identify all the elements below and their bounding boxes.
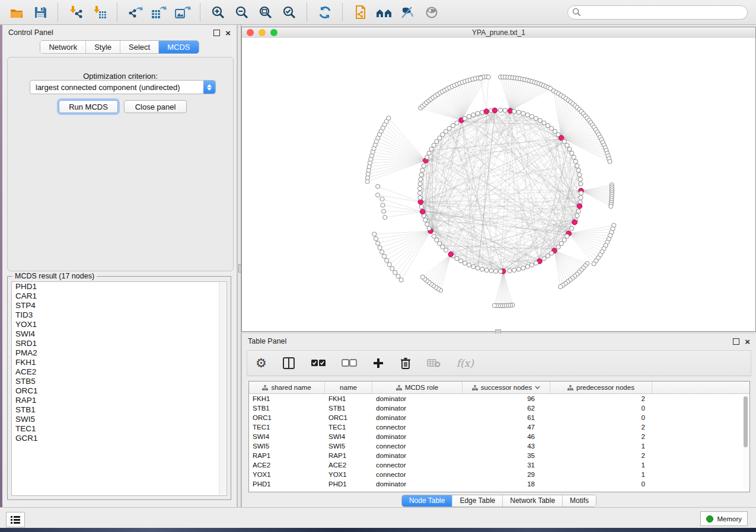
network-ring-node[interactable]: [484, 268, 489, 272]
network-ring-node[interactable]: [546, 123, 550, 127]
network-ring-node[interactable]: [471, 264, 476, 268]
network-ring-node[interactable]: [441, 245, 445, 249]
network-ring-node[interactable]: [476, 111, 480, 116]
network-ring-node[interactable]: [462, 261, 467, 265]
close-panel-icon[interactable]: ×: [225, 30, 231, 36]
network-ring-node[interactable]: [471, 113, 476, 117]
network-leaf-node[interactable]: [376, 193, 380, 197]
network-leaf-node[interactable]: [608, 159, 612, 164]
export-network-icon[interactable]: [126, 4, 144, 21]
import-table-icon[interactable]: [91, 4, 109, 21]
network-ring-node[interactable]: [529, 263, 534, 267]
network-leaf-node[interactable]: [492, 303, 496, 307]
network-ring-node[interactable]: [529, 114, 534, 118]
mcds-result-item[interactable]: CAR1: [12, 291, 227, 301]
close-panel-button[interactable]: Close panel: [124, 100, 187, 113]
close-panel-icon[interactable]: ×: [745, 339, 750, 344]
network-ring-node[interactable]: [444, 129, 448, 133]
column-header-successor-nodes[interactable]: successor nodes: [462, 382, 550, 393]
network-canvas[interactable]: [242, 38, 755, 331]
table-row[interactable]: RAP1RAP1dominator352: [249, 451, 749, 460]
network-ring-node[interactable]: [441, 133, 445, 137]
mcds-result-item[interactable]: GCR1: [12, 434, 227, 443]
export-image-icon[interactable]: [174, 4, 192, 21]
network-ring-node[interactable]: [525, 264, 529, 268]
network-ring-node[interactable]: [579, 182, 583, 186]
network-ring-node[interactable]: [438, 241, 442, 245]
float-panel-icon[interactable]: [213, 30, 220, 36]
mcds-result-item[interactable]: TEC1: [12, 424, 227, 434]
network-ring-node[interactable]: [438, 136, 442, 140]
gear-icon[interactable]: ⚙: [256, 357, 267, 369]
network-ring-node[interactable]: [573, 159, 578, 164]
network-ring-node[interactable]: [476, 266, 480, 270]
folder-open-icon[interactable]: [8, 4, 25, 21]
network-ring-node[interactable]: [425, 222, 429, 226]
network-window-titlebar[interactable]: YPA_prune.txt_1: [242, 27, 755, 39]
network-leaf-node[interactable]: [420, 275, 425, 279]
network-ring-node[interactable]: [549, 251, 553, 255]
network-ring-node[interactable]: [467, 114, 471, 118]
deselect-all-icon[interactable]: [342, 359, 357, 367]
network-ring-node[interactable]: [565, 234, 569, 238]
network-leaf-node[interactable]: [559, 284, 563, 289]
network-ring-node[interactable]: [498, 108, 502, 112]
network-ring-node[interactable]: [444, 248, 448, 252]
eye-slash-icon[interactable]: [399, 4, 417, 21]
mcds-result-item[interactable]: SWI4: [12, 329, 227, 339]
network-ring-node[interactable]: [576, 209, 580, 213]
network-ring-node[interactable]: [498, 269, 502, 273]
tab-style[interactable]: Style: [85, 41, 120, 53]
tab-edge-table[interactable]: Edge Table: [452, 495, 502, 507]
network-leaf-node[interactable]: [380, 197, 384, 201]
tab-mcds[interactable]: MCDS: [158, 41, 198, 53]
vertical-splitter[interactable]: [237, 25, 241, 507]
network-ring-node[interactable]: [435, 139, 439, 143]
network-ring-node[interactable]: [556, 245, 560, 249]
search-input[interactable]: [567, 5, 748, 20]
network-ring-node[interactable]: [570, 151, 574, 155]
network-ring-node[interactable]: [525, 113, 529, 117]
column-header-MCDS-role[interactable]: MCDS role: [372, 382, 462, 393]
network-mcds-node[interactable]: [484, 109, 489, 114]
network-ring-node[interactable]: [534, 261, 538, 265]
network-leaf-node[interactable]: [479, 76, 483, 80]
network-ring-node[interactable]: [422, 164, 426, 168]
network-ring-node[interactable]: [575, 213, 579, 217]
network-ring-node[interactable]: [538, 118, 542, 123]
criterion-select[interactable]: largest connected component (undirected): [30, 80, 216, 94]
columns-icon[interactable]: [282, 357, 295, 370]
network-ring-node[interactable]: [559, 241, 563, 245]
save-icon[interactable]: [31, 4, 49, 21]
network-ring-node[interactable]: [576, 168, 580, 172]
network-ring-node[interactable]: [423, 218, 428, 222]
network-ring-node[interactable]: [503, 108, 507, 113]
network-ring-node[interactable]: [420, 168, 425, 172]
network-ring-node[interactable]: [512, 268, 516, 272]
network-ring-node[interactable]: [534, 116, 538, 120]
network-ring-node[interactable]: [417, 187, 422, 191]
network-ring-node[interactable]: [462, 116, 467, 120]
zoom-in-icon[interactable]: [209, 4, 227, 21]
refresh-icon[interactable]: [316, 4, 334, 21]
network-ring-node[interactable]: [455, 121, 459, 125]
network-ring-node[interactable]: [419, 204, 423, 209]
network-ring-node[interactable]: [508, 269, 512, 273]
network-leaf-node[interactable]: [387, 116, 391, 120]
network-ring-node[interactable]: [489, 269, 493, 273]
network-ring-node[interactable]: [467, 263, 471, 267]
network-leaf-node[interactable]: [383, 215, 387, 219]
mcds-result-item[interactable]: STB1: [12, 405, 227, 415]
network-ring-node[interactable]: [521, 266, 525, 270]
network-ring-node[interactable]: [546, 254, 550, 258]
network-leaf-node[interactable]: [399, 278, 403, 282]
table-row[interactable]: ORC1ORC1dominator610: [249, 413, 749, 422]
network-leaf-node[interactable]: [376, 241, 380, 245]
network-ring-node[interactable]: [419, 172, 423, 177]
export-table-icon[interactable]: [150, 4, 168, 21]
float-panel-icon[interactable]: [733, 338, 739, 345]
mcds-result-item[interactable]: FKH1: [12, 358, 227, 367]
houses-icon[interactable]: [375, 4, 393, 21]
network-ring-node[interactable]: [432, 234, 436, 238]
network-leaf-node[interactable]: [381, 203, 385, 207]
